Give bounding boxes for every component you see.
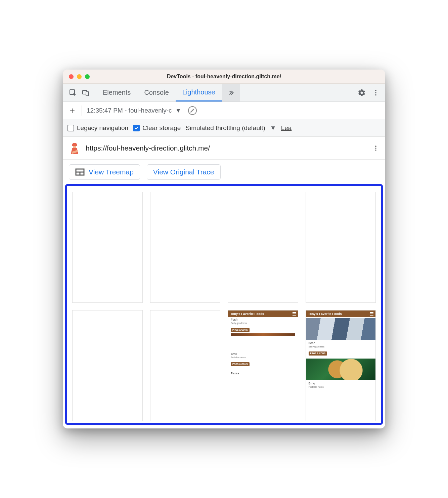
settings-icon[interactable] — [358, 89, 366, 97]
fs-image — [306, 318, 376, 340]
filmstrip-frame[interactable] — [306, 192, 376, 303]
report-selector-row: ＋ 12:35:47 PM - foul-heavenly-c ▼ — [63, 102, 385, 119]
fs-card: Fesh Salty goodness PROS & CONS — [306, 340, 376, 357]
tab-console[interactable]: Console — [137, 84, 175, 101]
fs-page-title: Tony's Favorite Foods — [228, 310, 298, 317]
svg-rect-6 — [72, 144, 77, 146]
tab-label: Console — [144, 89, 169, 96]
fs-image — [306, 359, 376, 380]
panel-overflow-button[interactable] — [222, 84, 240, 101]
fs-item-sub: Salty goodness — [231, 322, 295, 324]
titlebar: DevTools - foul-heavenly-direction.glitc… — [63, 70, 385, 84]
new-report-button[interactable]: ＋ — [68, 106, 77, 115]
fs-chip: PROS & CONS — [231, 362, 250, 366]
tab-label: Lighthouse — [182, 88, 215, 96]
view-buttons-row: View Treemap View Original Trace — [63, 160, 385, 184]
fs-item-name: Pezza — [231, 372, 295, 375]
panel-tabs: Elements Console Lighthouse — [96, 84, 222, 101]
lighthouse-options-row: Legacy navigation Clear storage Simulate… — [63, 119, 385, 137]
svg-point-13 — [375, 150, 376, 151]
report-header: https://foul-heavenly-direction.glitch.m… — [63, 137, 385, 160]
button-label: View Original Trace — [153, 168, 214, 176]
legacy-navigation-option[interactable]: Legacy navigation — [68, 124, 128, 132]
tab-lighthouse[interactable]: Lighthouse — [176, 84, 222, 101]
clear-report-icon[interactable] — [188, 106, 197, 115]
svg-rect-7 — [73, 146, 76, 148]
learn-more-link[interactable]: Lea — [281, 124, 292, 132]
filmstrip-frame[interactable] — [72, 310, 143, 421]
svg-point-4 — [375, 92, 376, 93]
tab-elements[interactable]: Elements — [96, 84, 137, 101]
fs-card: Fesh Salty goodness PROS & CONS Brrto Po… — [228, 317, 298, 377]
fs-chip: PROS & CONS — [231, 328, 250, 332]
fs-item-name: Fesh — [231, 318, 295, 321]
filmstrip-highlight: Tony's Favorite Foods Fesh Salty goodnes… — [65, 184, 383, 425]
fs-chip: PROS & CONS — [309, 351, 327, 356]
toolbar-right — [352, 84, 385, 101]
report-label: 12:35:47 PM - foul-heavenly-c — [87, 107, 172, 114]
filmstrip-frame[interactable]: Tony's Favorite Foods Fesh Salty goodnes… — [306, 310, 376, 421]
fs-item-name: Fesh — [309, 341, 373, 345]
window-title: DevTools - foul-heavenly-direction.glitc… — [63, 74, 385, 80]
lighthouse-icon — [69, 142, 80, 154]
separator — [82, 106, 82, 116]
minimize-window-button[interactable] — [77, 74, 82, 79]
treemap-icon — [75, 168, 85, 176]
fs-item-sub: Portable noms — [309, 386, 373, 388]
svg-point-12 — [375, 148, 376, 149]
close-window-button[interactable] — [69, 74, 74, 79]
svg-point-11 — [375, 146, 376, 147]
button-label: View Treemap — [89, 168, 134, 176]
window-controls — [63, 74, 90, 79]
report-url: https://foul-heavenly-direction.glitch.m… — [86, 144, 367, 152]
filmstrip-frame[interactable] — [150, 192, 221, 303]
fs-item-sub: Portable noms — [231, 356, 295, 359]
checkbox-unchecked-icon — [68, 125, 74, 131]
report-select[interactable]: 12:35:47 PM - foul-heavenly-c ▼ — [87, 107, 181, 114]
view-trace-button[interactable]: View Original Trace — [147, 164, 221, 180]
inspect-icon[interactable] — [69, 89, 77, 97]
tab-label: Elements — [103, 89, 131, 96]
option-label: Clear storage — [142, 124, 181, 132]
chevron-down-icon[interactable]: ▼ — [270, 124, 276, 132]
report-menu-icon[interactable] — [372, 145, 379, 152]
filmstrip-grid: Tony's Favorite Foods Fesh Salty goodnes… — [72, 192, 376, 421]
fs-item-name: Brrto — [309, 382, 373, 385]
toolbar-left — [63, 84, 96, 101]
view-treemap-button[interactable]: View Treemap — [69, 164, 140, 180]
chevron-down-icon: ▼ — [175, 107, 181, 114]
svg-marker-10 — [72, 143, 77, 144]
devtools-window: DevTools - foul-heavenly-direction.glitc… — [63, 70, 385, 428]
maximize-window-button[interactable] — [85, 74, 90, 79]
checkbox-checked-icon — [133, 125, 140, 131]
svg-rect-2 — [86, 92, 89, 96]
svg-point-5 — [375, 94, 376, 95]
fs-item-name: Brrto — [231, 352, 295, 356]
filmstrip-frame[interactable]: Tony's Favorite Foods Fesh Salty goodnes… — [228, 310, 298, 421]
device-toggle-icon[interactable] — [82, 89, 90, 97]
filmstrip-frame[interactable] — [72, 192, 143, 303]
svg-point-3 — [375, 90, 376, 91]
filmstrip-frame[interactable] — [228, 192, 298, 303]
option-label: Legacy navigation — [77, 124, 128, 132]
filmstrip-frame[interactable] — [150, 310, 221, 421]
fs-page-title: Tony's Favorite Foods — [306, 310, 376, 317]
kebab-menu-icon[interactable] — [372, 89, 380, 97]
fs-item-sub: Salty goodness — [309, 345, 373, 348]
fs-image-placeholder — [231, 333, 295, 336]
clear-storage-option[interactable]: Clear storage — [133, 124, 181, 132]
fs-card: Brrto Portable noms — [306, 381, 376, 391]
devtools-tabbar: Elements Console Lighthouse — [63, 84, 385, 102]
throttling-label: Simulated throttling (default) — [185, 124, 265, 132]
